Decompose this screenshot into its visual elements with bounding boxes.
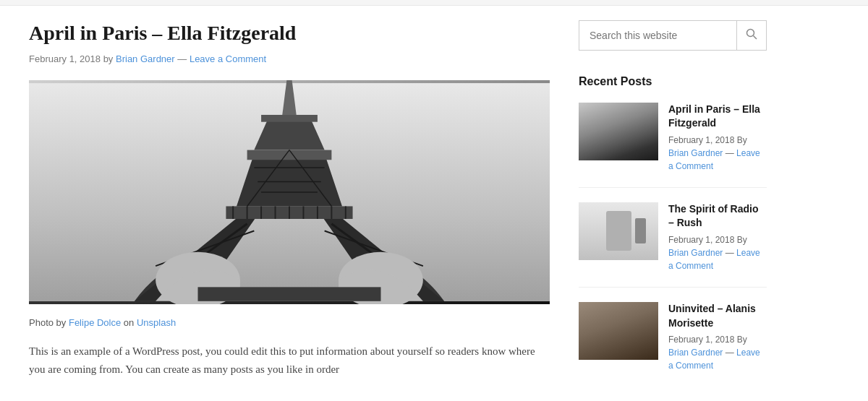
post-comment-link[interactable]: Leave a Comment xyxy=(190,53,266,64)
post-date: February 1, 2018 xyxy=(29,53,101,64)
post-thumbnail-3 xyxy=(579,302,658,360)
list-item: April in Paris – Ella Fitzgerald Februar… xyxy=(579,103,767,188)
recent-posts-list: April in Paris – Ella Fitzgerald Februar… xyxy=(579,103,767,387)
thumb-radio-image xyxy=(579,202,658,260)
search-button[interactable] xyxy=(736,21,766,50)
svg-rect-4 xyxy=(261,115,318,122)
photo-credit-author-link[interactable]: Felipe Dolce xyxy=(69,317,121,328)
svg-rect-20 xyxy=(198,288,381,301)
photo-credit-site-link[interactable]: Unsplash xyxy=(137,317,176,328)
photo-credit: Photo by Felipe Dolce on Unsplash xyxy=(29,316,550,331)
photo-credit-on: on xyxy=(124,317,134,328)
svg-line-27 xyxy=(754,36,757,40)
rp-date-3: February 1, 2018 By xyxy=(668,335,747,345)
rp-author-link-3[interactable]: Brian Gardner xyxy=(668,348,723,358)
svg-rect-3 xyxy=(247,150,332,160)
top-bar xyxy=(0,0,868,6)
post-image xyxy=(29,80,550,304)
recent-post-title-3: Uninvited – Alanis Morisette xyxy=(668,302,767,330)
list-item: Uninvited – Alanis Morisette February 1,… xyxy=(579,302,767,387)
post-title: April in Paris – Ella Fitzgerald xyxy=(29,20,550,46)
post-meta: February 1, 2018 by Brian Gardner — Leav… xyxy=(29,52,550,67)
search-icon xyxy=(746,28,757,40)
eiffel-tower-svg xyxy=(29,80,550,304)
thumb-alanis-image xyxy=(579,302,658,360)
post-author-link[interactable]: Brian Gardner xyxy=(116,53,175,64)
rp-date-2: February 1, 2018 By xyxy=(668,235,747,245)
post-body-text: This is an example of a WordPress post, … xyxy=(29,342,550,379)
rp-sep-2: — xyxy=(726,248,736,258)
page-wrapper: April in Paris – Ella Fitzgerald Februar… xyxy=(0,6,868,401)
rp-author-link-1[interactable]: Brian Gardner xyxy=(668,148,723,158)
recent-posts-title: Recent Posts xyxy=(579,72,767,91)
recent-post-info-2: The Spirit of Radio – Rush February 1, 2… xyxy=(668,202,767,272)
search-input[interactable] xyxy=(579,21,736,50)
main-content: April in Paris – Ella Fitzgerald Februar… xyxy=(29,20,550,401)
thumb-eiffel-image xyxy=(579,103,658,160)
rp-date-1: February 1, 2018 By xyxy=(668,135,747,145)
post-by: by xyxy=(103,53,114,64)
svg-point-26 xyxy=(747,30,754,37)
photo-credit-prefix: Photo by xyxy=(29,317,66,328)
rp-sep-1: — xyxy=(726,148,736,158)
list-item: The Spirit of Radio – Rush February 1, 2… xyxy=(579,202,767,288)
recent-post-info-3: Uninvited – Alanis Morisette February 1,… xyxy=(668,302,767,372)
thumb-radio-inner xyxy=(606,211,631,251)
rp-author-link-2[interactable]: Brian Gardner xyxy=(668,248,723,258)
search-box xyxy=(579,20,767,51)
recent-post-meta-2: February 1, 2018 By Brian Gardner — Leav… xyxy=(668,233,767,272)
recent-post-title-2: The Spirit of Radio – Rush xyxy=(668,202,767,230)
recent-post-title-1: April in Paris – Ella Fitzgerald xyxy=(668,103,767,131)
recent-post-meta-3: February 1, 2018 By Brian Gardner — Leav… xyxy=(668,333,767,372)
post-image-wrapper xyxy=(29,80,550,304)
rp-sep-3: — xyxy=(726,348,736,358)
recent-post-info-1: April in Paris – Ella Fitzgerald Februar… xyxy=(668,103,767,173)
post-thumbnail-2 xyxy=(579,202,658,260)
recent-post-meta-1: February 1, 2018 By Brian Gardner — Leav… xyxy=(668,134,767,173)
sidebar: Recent Posts April in Paris – Ella Fitzg… xyxy=(579,20,767,401)
post-thumbnail-1 xyxy=(579,103,658,160)
post-separator: — xyxy=(177,53,190,64)
